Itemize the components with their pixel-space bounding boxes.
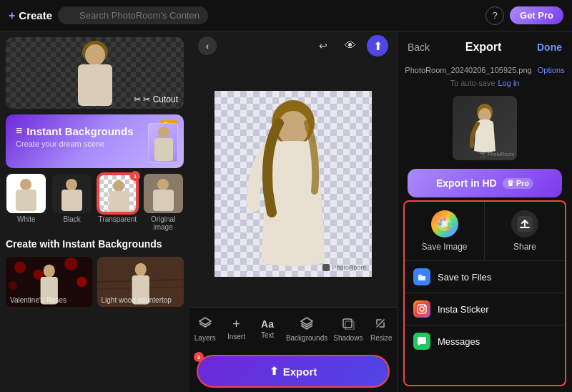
export-badge: 2 <box>194 352 204 362</box>
layers-label: Layers <box>194 334 216 342</box>
export-hd-button[interactable]: Export in HD ♛ Pro <box>408 169 562 197</box>
options-link[interactable]: Options <box>538 66 565 74</box>
svg-point-47 <box>443 217 446 221</box>
scene-wood[interactable]: Light wood countertop <box>97 257 184 307</box>
scene-wood-label: Light wood countertop <box>102 296 172 304</box>
share-button-export[interactable]: Share <box>485 202 565 260</box>
login-link[interactable]: Log in <box>498 79 520 87</box>
cutout-label: ✂ ✂ Cutout <box>134 94 178 104</box>
export-bar: 2 ⬆ Export <box>189 351 397 392</box>
export-hd-label: Export in HD <box>436 177 497 189</box>
get-pro-button[interactable]: Get Pro <box>510 6 563 24</box>
toolbar-row: Layers + Insert Aa Text <box>189 308 397 351</box>
svg-point-39 <box>277 111 309 145</box>
bottom-section: Layers + Insert Aa Text <box>189 307 397 392</box>
person-silhouette <box>66 41 124 109</box>
resize-icon <box>374 317 388 332</box>
export-btn-wrapper: 2 ⬆ Export <box>197 355 390 388</box>
transparent-badge: 1 <box>130 171 140 181</box>
cutout-banner[interactable]: ✂ ✂ Cutout <box>6 37 184 109</box>
scene-roses-label: Valentine's Roses <box>10 296 66 304</box>
share-button[interactable]: ⬆ <box>367 35 388 57</box>
transparent-bg-label: Transparent <box>99 215 137 223</box>
svg-rect-41 <box>345 321 354 330</box>
save-share-grid: Save Image Share <box>405 202 565 261</box>
black-bg-thumb <box>52 174 92 213</box>
svg-point-50 <box>448 222 452 225</box>
preview-watermark: 📷 PhotoRoom <box>480 152 514 157</box>
svg-point-25 <box>44 265 55 278</box>
create-button[interactable]: + Create <box>9 9 52 22</box>
save-to-files-label: Save to Files <box>438 272 491 283</box>
layers-icon <box>198 317 212 332</box>
create-instant-title: Create with Instant Backgrounds <box>6 237 184 251</box>
pro-badge-hd: ♛ Pro <box>503 178 533 189</box>
svg-rect-7 <box>78 64 112 106</box>
resize-label: Resize <box>370 334 393 342</box>
bg-option-original[interactable]: Original image <box>142 174 184 231</box>
photoroom-watermark: PhotoRoom <box>322 264 366 271</box>
insert-icon: + <box>232 318 240 330</box>
scene-grid: Valentine's Roses Light wood countertop <box>6 257 184 307</box>
insta-sticker-button[interactable]: Insta Sticker <box>405 293 565 325</box>
plus-icon: + <box>9 9 15 22</box>
photoroom-logo <box>322 264 330 271</box>
autosave-text: To auto-save <box>450 79 495 87</box>
svg-point-24 <box>77 277 87 287</box>
bg-option-white[interactable]: White <box>6 174 47 231</box>
canvas-image[interactable]: PhotoRoom <box>214 91 372 277</box>
back-arrow[interactable]: ‹ <box>198 36 217 55</box>
crown-icon: ♛ <box>507 179 514 188</box>
bg-option-transparent[interactable]: 1 Transparent <box>97 174 139 231</box>
instant-backgrounds-banner[interactable]: Pro ≡ Instant Backgrounds Create your dr… <box>6 114 184 168</box>
svg-point-14 <box>113 180 124 192</box>
svg-point-17 <box>157 179 169 190</box>
shadows-label: Shadows <box>333 334 363 342</box>
search-input[interactable] <box>58 6 208 24</box>
scene-roses[interactable]: Valentine's Roses <box>6 257 93 307</box>
canvas-svg <box>214 91 372 277</box>
backgrounds-button[interactable]: Backgrounds <box>283 308 330 351</box>
right-panel: Back Export Done PhotoRoom_20240206_1059… <box>397 31 572 392</box>
help-button[interactable]: ? <box>485 6 504 25</box>
autosave-row: To auto-save Log in <box>398 77 572 93</box>
svg-rect-40 <box>343 319 352 328</box>
svg-point-49 <box>438 222 442 225</box>
svg-rect-18 <box>153 190 174 211</box>
export-label: Export <box>283 366 317 378</box>
original-bg-thumb <box>144 174 183 213</box>
main-area: ✂ ✂ Cutout Pro ≡ Instant Backgrounds Cre… <box>0 31 572 392</box>
back-button[interactable]: Back <box>408 41 430 53</box>
shadows-icon <box>341 317 355 332</box>
undo-button[interactable]: ↩ <box>312 35 334 57</box>
insert-button[interactable]: + Insert <box>221 308 252 351</box>
save-to-files-button[interactable]: Save to Files <box>405 261 565 293</box>
left-panel: ✂ ✂ Cutout Pro ≡ Instant Backgrounds Cre… <box>0 31 189 392</box>
share-label: Share <box>513 242 536 252</box>
export-button[interactable]: ⬆ Export <box>197 355 390 388</box>
svg-point-23 <box>64 258 77 270</box>
done-button[interactable]: Done <box>537 41 562 53</box>
shadows-button[interactable]: Shadows <box>330 308 365 351</box>
bg-option-black[interactable]: Black <box>51 174 93 231</box>
insta-sticker-label: Insta Sticker <box>438 304 489 315</box>
save-image-button[interactable]: Save Image <box>405 202 485 260</box>
eye-button[interactable]: 👁 <box>340 35 361 57</box>
black-bg-label: Black <box>63 215 80 223</box>
instant-bg-preview <box>148 123 178 162</box>
text-button[interactable]: Aa Text <box>252 308 283 351</box>
messages-button[interactable]: Messages <box>405 325 565 357</box>
svg-rect-9 <box>154 138 173 161</box>
export-panel-title: Export <box>465 41 502 54</box>
text-icon: Aa <box>261 319 274 329</box>
top-bar: + Create 🔍 ? Get Pro <box>0 0 572 31</box>
insert-label: Insert <box>227 333 245 340</box>
svg-point-8 <box>158 127 169 138</box>
files-icon <box>413 268 430 285</box>
right-top-bar: Back Export Done <box>398 31 572 63</box>
layers-button[interactable]: Layers <box>189 308 221 351</box>
svg-rect-13 <box>61 190 82 211</box>
share-icon <box>511 210 538 237</box>
save-image-label: Save Image <box>421 242 467 252</box>
resize-button[interactable]: Resize <box>365 308 397 351</box>
